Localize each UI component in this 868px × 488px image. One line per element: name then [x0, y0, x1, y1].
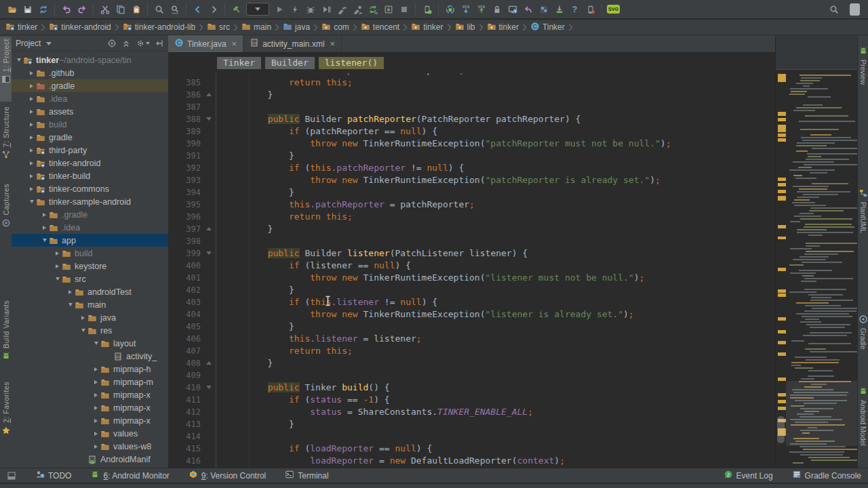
tree-arrow-collapsed[interactable]: [92, 380, 100, 384]
tree-row-assets[interactable]: assets: [12, 105, 168, 118]
stripe-button-captures[interactable]: Captures: [0, 182, 12, 247]
tree-row-.gradle[interactable]: .gradle: [12, 208, 168, 221]
build-icon[interactable]: [229, 1, 244, 17]
toolwindow-button-terminal[interactable]: Terminal: [285, 470, 328, 481]
editor-content[interactable]: 384 this.loadReporter = loadReporter;385…: [168, 53, 775, 468]
tree-arrow-expanded[interactable]: [66, 303, 75, 306]
tree-arrow-collapsed[interactable]: [53, 264, 62, 268]
tree-arrow-collapsed[interactable]: [92, 393, 100, 397]
avd-manager-icon[interactable]: [419, 1, 435, 17]
tree-arrow-expanded[interactable]: [79, 329, 87, 332]
stripe-button---favorites[interactable]: 2: Favorites: [0, 380, 12, 455]
vcs-commit-icon[interactable]: VCS: [473, 1, 489, 17]
tree-row-values-w8[interactable]: values-w8: [12, 440, 168, 453]
tree-row-res[interactable]: res: [12, 324, 168, 337]
save-icon[interactable]: [20, 1, 35, 17]
breadcrumb-item[interactable]: tinker-android: [49, 22, 111, 33]
tree-arrow-expanded[interactable]: [40, 239, 49, 242]
toolwindow-button---version-control[interactable]: 9: Version Control: [189, 470, 266, 481]
tree-arrow-collapsed[interactable]: [27, 123, 36, 127]
toolwindow-button-todo[interactable]: TODO: [35, 470, 71, 481]
tree-row-gradle[interactable]: gradle: [12, 131, 168, 144]
editor-tab-Tinker.java[interactable]: CTinker.java×: [168, 35, 243, 52]
paste-icon[interactable]: [128, 1, 144, 17]
tree-arrow-collapsed[interactable]: [40, 226, 49, 230]
breadcrumb-item[interactable]: tinker: [5, 22, 37, 33]
debug-icon[interactable]: [302, 1, 318, 17]
tree-arrow-collapsed[interactable]: [27, 71, 36, 75]
fold-marker[interactable]: [203, 247, 214, 260]
run-icon[interactable]: [271, 1, 287, 17]
gear-icon[interactable]: [136, 39, 150, 48]
find-icon[interactable]: [151, 1, 167, 17]
tree-arrow-collapsed[interactable]: [40, 213, 49, 217]
tree-arrow-collapsed[interactable]: [27, 84, 36, 88]
fold-marker[interactable]: [203, 382, 214, 394]
breadcrumb-item[interactable]: tencent: [361, 22, 399, 33]
revert-icon[interactable]: [520, 1, 536, 17]
tree-row-mipmap-x[interactable]: mipmap-x: [12, 388, 168, 401]
tree-row-androidTest[interactable]: androidTest: [12, 285, 168, 298]
breadcrumb-item[interactable]: lib: [455, 22, 475, 33]
stripe-button-android-model[interactable]: Android Model: [858, 386, 868, 446]
tree-row-build[interactable]: build: [12, 118, 168, 131]
tree-arrow-collapsed[interactable]: [92, 367, 100, 371]
toolwindow-button-event-log[interactable]: 2Event Log: [724, 470, 773, 481]
stripe-button-build-variants[interactable]: Build Variants: [0, 298, 12, 377]
tree-row-mipmap-x[interactable]: mipmap-x: [12, 414, 168, 427]
tree-row-build[interactable]: build: [12, 247, 168, 260]
breadcrumb-item[interactable]: src: [207, 22, 230, 33]
tree-row-mipmap-m[interactable]: mipmap-m: [12, 375, 168, 388]
fold-marker[interactable]: [203, 357, 214, 369]
tree-arrow-expanded[interactable]: [53, 277, 62, 281]
update-app-icon[interactable]: [380, 1, 396, 17]
tree-row-keystore[interactable]: keystore: [12, 260, 168, 272]
breadcrumb-chip-listener()[interactable]: listener(): [319, 57, 384, 69]
tree-row-.idea[interactable]: .idea: [12, 92, 168, 105]
tree-row-tinker-build[interactable]: tinker-build: [12, 169, 168, 182]
tree-arrow-collapsed[interactable]: [27, 136, 36, 140]
cut-icon[interactable]: [97, 1, 113, 17]
lock-icon[interactable]: [489, 1, 505, 17]
chevron-down-icon[interactable]: [46, 42, 52, 45]
tree-arrow-collapsed[interactable]: [66, 290, 75, 294]
locate-icon[interactable]: [107, 39, 117, 48]
breadcrumb-chip-Builder[interactable]: Builder: [265, 57, 315, 69]
sync-icon[interactable]: [35, 1, 51, 17]
editor-area[interactable]: CTinker.java×<>activity_main.xml× 384 th…: [168, 35, 775, 468]
sync-debugger-icon[interactable]: JRA: [365, 1, 380, 17]
capture-icon[interactable]: [551, 1, 567, 17]
tree-arrow-collapsed[interactable]: [27, 97, 36, 101]
stripe-button-gradle[interactable]: Gradle: [858, 314, 868, 350]
tree-arrow-collapsed[interactable]: [92, 432, 100, 436]
stripe-button-preview[interactable]: Preview: [858, 46, 868, 85]
sdk-manager-icon[interactable]: [505, 1, 520, 17]
tree-row-tinker-android[interactable]: tinker-android: [12, 157, 168, 169]
redo-icon[interactable]: [74, 1, 90, 17]
ddms-icon[interactable]: [583, 1, 598, 17]
stripe-button---structure[interactable]: 7: Structure: [0, 104, 12, 179]
attach-debugger-icon[interactable]: JRA: [349, 1, 365, 17]
tree-row-main[interactable]: main: [12, 298, 168, 311]
breadcrumb-item[interactable]: main: [241, 22, 271, 33]
tree-arrow-collapsed[interactable]: [92, 445, 100, 449]
tree-arrow-collapsed[interactable]: [27, 110, 36, 114]
tree-row-tinker-sample-android[interactable]: tinker-sample-android: [12, 195, 168, 208]
tree-arrow-collapsed[interactable]: [53, 251, 62, 256]
tree-arrow-expanded[interactable]: [14, 58, 23, 62]
collapse-all-icon[interactable]: [121, 39, 131, 48]
breadcrumb-item[interactable]: tinker-android-lib: [123, 22, 195, 33]
tree-arrow-collapsed[interactable]: [79, 316, 87, 320]
stripe-button---project[interactable]: 1: Project: [0, 37, 12, 102]
tree-row-values[interactable]: values: [12, 427, 168, 440]
tree-row-src[interactable]: src: [12, 272, 168, 285]
minimap-scrollbar-thumb[interactable]: [777, 416, 785, 443]
toolwindow-button-gradle-console[interactable]: Gradle Console: [792, 470, 861, 481]
tree-row-AndroidManif[interactable]: AndroidManif: [12, 453, 168, 466]
vcs-update-icon[interactable]: VCS: [458, 1, 473, 17]
fold-marker[interactable]: [203, 223, 214, 235]
profile-icon[interactable]: [287, 1, 302, 17]
sync-project-icon[interactable]: [442, 1, 458, 17]
tree-row-.github[interactable]: .github: [12, 66, 168, 79]
tree-row-tinker-commons[interactable]: tinker-commons: [12, 182, 168, 195]
